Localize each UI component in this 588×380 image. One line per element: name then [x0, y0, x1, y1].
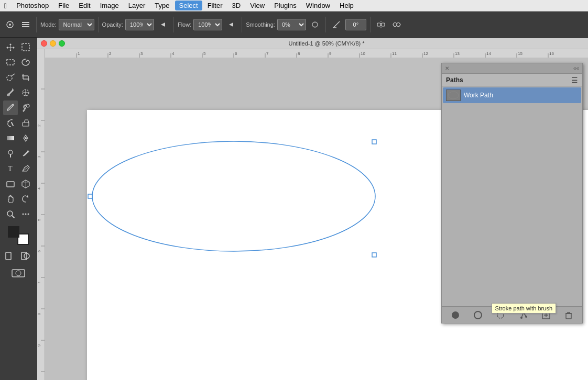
shape-tool-btn[interactable]	[3, 176, 18, 191]
color-swatches[interactable]	[8, 226, 29, 245]
anchor-top	[372, 140, 376, 144]
svg-text:10: 10	[361, 51, 365, 56]
svg-text:T: T	[8, 165, 13, 173]
work-path-item[interactable]: Work Path	[443, 87, 581, 103]
flow-label: Flow:	[178, 21, 191, 28]
tooltip: Stroke path with brush	[492, 303, 556, 314]
tool-row-11	[3, 192, 33, 206]
delete-path-btn[interactable]	[562, 309, 575, 321]
toolbar-separator-3	[173, 17, 174, 32]
minimize-button[interactable]	[50, 40, 56, 47]
menu-select[interactable]: Select	[175, 1, 202, 10]
paths-panel-header: Paths ☰	[442, 74, 582, 86]
menu-view[interactable]: View	[246, 1, 269, 10]
svg-rect-41	[45, 49, 588, 58]
quick-mask-btn[interactable]	[19, 249, 34, 263]
flow-pressure-icon[interactable]	[224, 18, 238, 31]
stroke-path-btn[interactable]	[472, 309, 484, 321]
menu-filter[interactable]: Filter	[203, 1, 227, 10]
path-thumbnail	[446, 90, 461, 101]
toolbar-separator-4	[242, 17, 242, 32]
opacity-select[interactable]: 100% 75% 50%	[125, 19, 154, 30]
pen-tool-btn[interactable]	[18, 146, 33, 161]
change-screen-btn[interactable]	[11, 266, 26, 281]
svg-text:3: 3	[37, 156, 41, 158]
clone-stamp-tool-btn[interactable]	[18, 100, 33, 115]
menu-image[interactable]: Image	[96, 1, 123, 10]
paths-panel-menu-btn[interactable]: ☰	[571, 76, 578, 84]
brush-settings-icon[interactable]	[19, 18, 32, 31]
paths-panel-collapse-btn[interactable]: ««	[573, 65, 579, 71]
toolbar-separator-6	[370, 17, 371, 32]
svg-text:5: 5	[203, 51, 206, 56]
fill-path-btn[interactable]	[449, 309, 462, 321]
blur-tool-btn[interactable]	[18, 131, 33, 146]
crop-tool-btn[interactable]	[18, 70, 33, 85]
menu-plugins[interactable]: Plugins	[270, 1, 301, 10]
paths-panel-close-btn[interactable]: ✕	[445, 65, 449, 71]
quick-select-tool-btn[interactable]	[3, 70, 18, 85]
apple-logo-icon[interactable]: 	[4, 2, 7, 10]
eraser-tool-btn[interactable]	[18, 116, 33, 130]
eyedropper-tool-btn[interactable]	[3, 85, 18, 100]
brush-preset-icon[interactable]	[3, 18, 17, 31]
mode-select[interactable]: Normal Multiply Screen	[59, 19, 94, 30]
svg-point-99	[520, 317, 522, 319]
smoothing-settings-icon[interactable]	[308, 18, 322, 31]
flow-select[interactable]: 100% 75% 50%	[193, 19, 222, 30]
extra-tool-btn[interactable]	[18, 207, 33, 221]
svg-text:2: 2	[109, 51, 112, 56]
angle-icon[interactable]	[330, 18, 343, 31]
butterfly-icon[interactable]	[390, 18, 404, 31]
hand-tool-btn[interactable]	[3, 192, 18, 206]
standard-mode-btn[interactable]	[3, 249, 18, 263]
menu-file[interactable]: File	[54, 1, 73, 10]
menu-3d[interactable]: 3D	[228, 1, 245, 10]
canvas-content[interactable]: ✕ «« Paths ☰	[45, 58, 588, 380]
symmetry-icon[interactable]	[374, 18, 388, 31]
3d-tool-btn[interactable]	[18, 176, 33, 191]
brush-tool-group	[3, 18, 32, 31]
artboard-tool-btn[interactable]	[18, 40, 33, 54]
type-tool-btn[interactable]: T	[3, 161, 18, 176]
tool-row-4	[3, 85, 33, 100]
svg-text:1: 1	[78, 51, 80, 56]
gradient-tool-btn[interactable]	[3, 131, 18, 146]
close-button[interactable]	[41, 40, 47, 47]
menu-help[interactable]: Help	[335, 1, 358, 10]
svg-point-94	[92, 141, 375, 251]
marquee-tool-btn[interactable]	[3, 55, 18, 70]
menu-photoshop[interactable]: Photoshop	[12, 1, 53, 10]
tool-row-5	[3, 100, 33, 115]
zoom-tool-btn[interactable]	[3, 207, 18, 221]
paths-panel-title: Paths	[446, 76, 463, 84]
paths-list: Work Path	[442, 86, 582, 191]
brush-tool-btn[interactable]	[3, 100, 18, 115]
tools-panel: T	[0, 38, 37, 380]
menu-edit[interactable]: Edit	[74, 1, 94, 10]
menu-window[interactable]: Window	[302, 1, 334, 10]
path-select-tool-btn[interactable]	[18, 161, 33, 176]
menu-layer[interactable]: Layer	[124, 1, 150, 10]
svg-point-35	[28, 214, 29, 215]
svg-point-96	[452, 311, 459, 319]
opacity-pressure-icon[interactable]	[156, 18, 170, 31]
patch-tool-btn[interactable]	[18, 85, 33, 100]
smoothing-select[interactable]: 0% 10% 50%	[277, 19, 306, 30]
work-path-label: Work Path	[464, 92, 493, 99]
svg-point-33	[23, 214, 24, 215]
history-brush-tool-btn[interactable]	[3, 116, 18, 130]
svg-text:15: 15	[518, 51, 522, 56]
lasso-tool-btn[interactable]	[18, 55, 33, 70]
maximize-button[interactable]	[59, 40, 65, 47]
rotate-view-tool-btn[interactable]	[18, 192, 33, 206]
angle-input[interactable]	[345, 19, 366, 30]
canvas-wrapper: 1 2 3 4	[37, 58, 588, 380]
paths-panel-titlebar: ✕ ««	[442, 63, 582, 74]
move-tool-btn[interactable]	[3, 40, 18, 54]
menu-type[interactable]: Type	[150, 1, 173, 10]
svg-rect-3	[22, 24, 29, 25]
foreground-color[interactable]	[8, 226, 19, 238]
svg-point-97	[474, 311, 482, 319]
dodge-tool-btn[interactable]	[3, 146, 18, 161]
